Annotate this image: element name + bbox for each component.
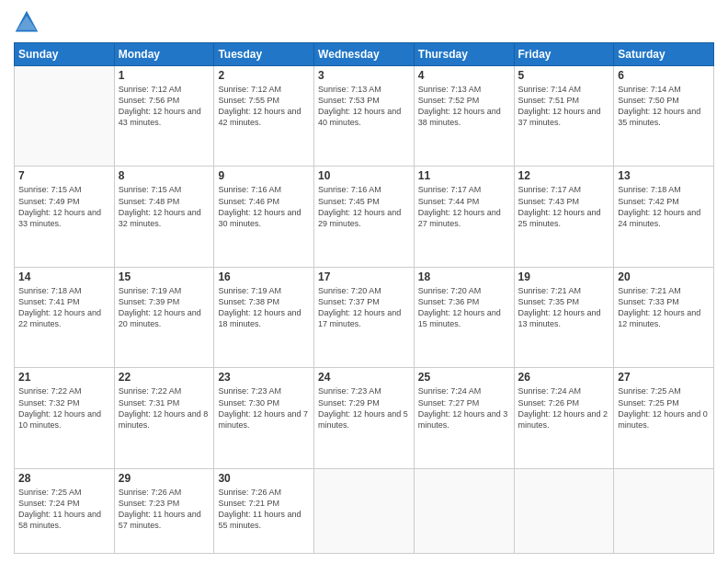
day-info: Sunrise: 7:18 AMSunset: 7:41 PMDaylight:… bbox=[18, 285, 110, 330]
calendar-week-row: 7Sunrise: 7:15 AMSunset: 7:49 PMDaylight… bbox=[15, 167, 714, 267]
calendar-cell: 24Sunrise: 7:23 AMSunset: 7:29 PMDayligh… bbox=[314, 368, 415, 468]
day-info: Sunrise: 7:23 AMSunset: 7:29 PMDaylight:… bbox=[318, 385, 410, 431]
day-of-week-header: Saturday bbox=[614, 43, 714, 66]
day-number: 30 bbox=[218, 472, 310, 485]
day-of-week-header: Wednesday bbox=[314, 43, 415, 66]
day-number: 16 bbox=[218, 270, 310, 283]
day-info: Sunrise: 7:13 AMSunset: 7:53 PMDaylight:… bbox=[318, 84, 410, 129]
day-number: 20 bbox=[618, 270, 710, 283]
calendar-cell: 27Sunrise: 7:25 AMSunset: 7:25 PMDayligh… bbox=[614, 368, 714, 468]
day-info: Sunrise: 7:26 AMSunset: 7:23 PMDaylight:… bbox=[119, 487, 210, 532]
day-of-week-header: Friday bbox=[514, 43, 614, 66]
calendar-cell: 16Sunrise: 7:19 AMSunset: 7:38 PMDayligh… bbox=[214, 267, 314, 367]
day-info: Sunrise: 7:19 AMSunset: 7:39 PMDaylight:… bbox=[119, 285, 210, 330]
day-number: 24 bbox=[318, 371, 410, 384]
day-number: 3 bbox=[318, 69, 410, 82]
day-info: Sunrise: 7:13 AMSunset: 7:52 PMDaylight:… bbox=[418, 84, 510, 129]
day-info: Sunrise: 7:20 AMSunset: 7:37 PMDaylight:… bbox=[318, 285, 410, 330]
calendar-cell: 20Sunrise: 7:21 AMSunset: 7:33 PMDayligh… bbox=[614, 267, 714, 367]
day-info: Sunrise: 7:20 AMSunset: 7:36 PMDaylight:… bbox=[418, 285, 510, 330]
day-number: 19 bbox=[518, 270, 610, 283]
day-number: 12 bbox=[518, 169, 610, 182]
calendar-cell: 13Sunrise: 7:18 AMSunset: 7:42 PMDayligh… bbox=[614, 167, 714, 267]
day-info: Sunrise: 7:19 AMSunset: 7:38 PMDaylight:… bbox=[218, 285, 310, 330]
day-info: Sunrise: 7:24 AMSunset: 7:26 PMDaylight:… bbox=[518, 385, 610, 431]
calendar-cell bbox=[614, 468, 714, 553]
day-number: 2 bbox=[218, 69, 310, 82]
calendar-cell: 7Sunrise: 7:15 AMSunset: 7:49 PMDaylight… bbox=[15, 167, 115, 267]
calendar-cell: 12Sunrise: 7:17 AMSunset: 7:43 PMDayligh… bbox=[514, 167, 614, 267]
day-number: 5 bbox=[518, 69, 610, 82]
day-info: Sunrise: 7:17 AMSunset: 7:44 PMDaylight:… bbox=[418, 184, 510, 229]
day-number: 11 bbox=[418, 169, 510, 182]
calendar-cell: 17Sunrise: 7:20 AMSunset: 7:37 PMDayligh… bbox=[314, 267, 415, 367]
day-of-week-header: Monday bbox=[114, 43, 214, 66]
calendar-cell: 15Sunrise: 7:19 AMSunset: 7:39 PMDayligh… bbox=[114, 267, 214, 367]
day-number: 18 bbox=[418, 270, 510, 283]
calendar-cell: 29Sunrise: 7:26 AMSunset: 7:23 PMDayligh… bbox=[114, 468, 214, 553]
day-info: Sunrise: 7:26 AMSunset: 7:21 PMDaylight:… bbox=[218, 487, 310, 532]
calendar-cell bbox=[15, 66, 115, 167]
calendar-cell: 2Sunrise: 7:12 AMSunset: 7:55 PMDaylight… bbox=[214, 66, 314, 167]
calendar-cell: 8Sunrise: 7:15 AMSunset: 7:48 PMDaylight… bbox=[114, 167, 214, 267]
day-number: 13 bbox=[618, 169, 710, 182]
calendar-cell: 3Sunrise: 7:13 AMSunset: 7:53 PMDaylight… bbox=[314, 66, 415, 167]
day-number: 22 bbox=[119, 371, 210, 384]
day-info: Sunrise: 7:16 AMSunset: 7:46 PMDaylight:… bbox=[218, 184, 310, 229]
page: SundayMondayTuesdayWednesdayThursdayFrid… bbox=[0, 0, 728, 563]
day-info: Sunrise: 7:25 AMSunset: 7:25 PMDaylight:… bbox=[618, 385, 710, 431]
calendar-cell: 5Sunrise: 7:14 AMSunset: 7:51 PMDaylight… bbox=[514, 66, 614, 167]
day-info: Sunrise: 7:21 AMSunset: 7:33 PMDaylight:… bbox=[618, 285, 710, 330]
day-info: Sunrise: 7:15 AMSunset: 7:49 PMDaylight:… bbox=[18, 184, 110, 229]
calendar-cell bbox=[514, 468, 614, 553]
calendar-cell: 1Sunrise: 7:12 AMSunset: 7:56 PMDaylight… bbox=[114, 66, 214, 167]
day-info: Sunrise: 7:24 AMSunset: 7:27 PMDaylight:… bbox=[418, 385, 510, 431]
day-number: 17 bbox=[318, 270, 410, 283]
calendar-cell bbox=[414, 468, 514, 553]
day-of-week-header: Sunday bbox=[15, 43, 115, 66]
calendar-cell: 28Sunrise: 7:25 AMSunset: 7:24 PMDayligh… bbox=[15, 468, 115, 553]
calendar-cell: 19Sunrise: 7:21 AMSunset: 7:35 PMDayligh… bbox=[514, 267, 614, 367]
calendar-week-row: 21Sunrise: 7:22 AMSunset: 7:32 PMDayligh… bbox=[15, 368, 714, 468]
day-number: 25 bbox=[418, 371, 510, 384]
calendar-cell bbox=[314, 468, 415, 553]
calendar-cell: 21Sunrise: 7:22 AMSunset: 7:32 PMDayligh… bbox=[15, 368, 115, 468]
day-info: Sunrise: 7:25 AMSunset: 7:24 PMDaylight:… bbox=[18, 487, 110, 532]
calendar-cell: 14Sunrise: 7:18 AMSunset: 7:41 PMDayligh… bbox=[15, 267, 115, 367]
day-number: 23 bbox=[218, 371, 310, 384]
day-of-week-header: Tuesday bbox=[214, 43, 314, 66]
calendar-header-row: SundayMondayTuesdayWednesdayThursdayFrid… bbox=[15, 43, 714, 66]
calendar-cell: 11Sunrise: 7:17 AMSunset: 7:44 PMDayligh… bbox=[414, 167, 514, 267]
calendar-week-row: 14Sunrise: 7:18 AMSunset: 7:41 PMDayligh… bbox=[15, 267, 714, 367]
calendar-cell: 18Sunrise: 7:20 AMSunset: 7:36 PMDayligh… bbox=[414, 267, 514, 367]
day-info: Sunrise: 7:22 AMSunset: 7:31 PMDaylight:… bbox=[119, 385, 210, 431]
day-number: 14 bbox=[18, 270, 110, 283]
calendar-cell: 10Sunrise: 7:16 AMSunset: 7:45 PMDayligh… bbox=[314, 167, 415, 267]
day-info: Sunrise: 7:14 AMSunset: 7:50 PMDaylight:… bbox=[618, 84, 710, 129]
day-info: Sunrise: 7:14 AMSunset: 7:51 PMDaylight:… bbox=[518, 84, 610, 129]
calendar-week-row: 28Sunrise: 7:25 AMSunset: 7:24 PMDayligh… bbox=[15, 468, 714, 553]
header bbox=[14, 9, 714, 35]
day-number: 15 bbox=[119, 270, 210, 283]
logo-icon bbox=[14, 9, 40, 35]
day-info: Sunrise: 7:22 AMSunset: 7:32 PMDaylight:… bbox=[18, 385, 110, 431]
svg-marker-1 bbox=[17, 16, 37, 30]
day-info: Sunrise: 7:15 AMSunset: 7:48 PMDaylight:… bbox=[119, 184, 210, 229]
day-number: 10 bbox=[318, 169, 410, 182]
calendar-table: SundayMondayTuesdayWednesdayThursdayFrid… bbox=[14, 42, 714, 554]
day-info: Sunrise: 7:16 AMSunset: 7:45 PMDaylight:… bbox=[318, 184, 410, 229]
day-number: 7 bbox=[18, 169, 110, 182]
day-number: 21 bbox=[18, 371, 110, 384]
calendar-cell: 25Sunrise: 7:24 AMSunset: 7:27 PMDayligh… bbox=[414, 368, 514, 468]
day-info: Sunrise: 7:23 AMSunset: 7:30 PMDaylight:… bbox=[218, 385, 310, 431]
day-number: 9 bbox=[218, 169, 310, 182]
day-number: 26 bbox=[518, 371, 610, 384]
day-number: 29 bbox=[119, 472, 210, 485]
day-info: Sunrise: 7:12 AMSunset: 7:55 PMDaylight:… bbox=[218, 84, 310, 129]
logo bbox=[14, 9, 43, 35]
calendar-cell: 26Sunrise: 7:24 AMSunset: 7:26 PMDayligh… bbox=[514, 368, 614, 468]
calendar-cell: 4Sunrise: 7:13 AMSunset: 7:52 PMDaylight… bbox=[414, 66, 514, 167]
day-info: Sunrise: 7:21 AMSunset: 7:35 PMDaylight:… bbox=[518, 285, 610, 330]
calendar-week-row: 1Sunrise: 7:12 AMSunset: 7:56 PMDaylight… bbox=[15, 66, 714, 167]
calendar-cell: 9Sunrise: 7:16 AMSunset: 7:46 PMDaylight… bbox=[214, 167, 314, 267]
